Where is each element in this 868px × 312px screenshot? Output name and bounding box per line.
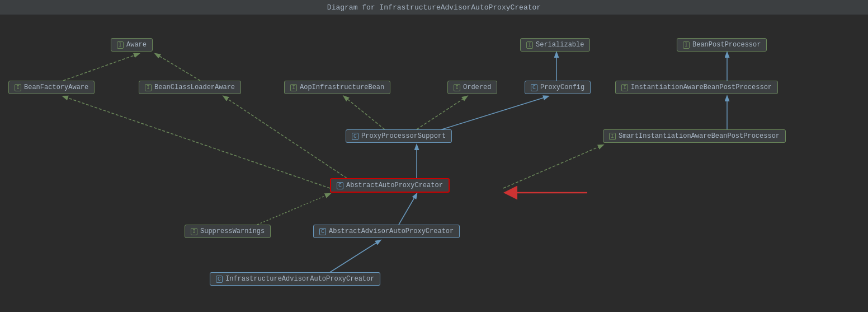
interface-icon: I (15, 84, 21, 91)
interface-icon: I (526, 41, 533, 49)
class-icon: C (337, 182, 343, 189)
node-label: InfrastructureAdvisorAutoProxyCreator (225, 275, 374, 283)
node-proxyprocessorsupport[interactable]: C ProxyProcessorSupport (346, 129, 452, 143)
svg-line-10 (224, 96, 347, 178)
interface-icon: I (621, 84, 628, 91)
svg-line-13 (257, 194, 330, 225)
class-icon: C (352, 133, 358, 140)
class-icon: C (319, 228, 326, 235)
node-label: AbstractAutoProxyCreator (346, 181, 443, 189)
interface-icon: I (683, 41, 690, 49)
diagram-title: Diagram for InfrastructureAdvisorAutoPro… (327, 3, 541, 12)
node-beanpostprocessor[interactable]: I BeanPostProcessor (677, 38, 767, 52)
node-label: SuppressWarnings (200, 227, 265, 235)
node-aware[interactable]: I Aware (111, 38, 153, 52)
interface-icon: I (290, 84, 297, 91)
arrows-svg (0, 15, 868, 310)
node-label: InstantiationAwareBeanPostProcessor (631, 83, 772, 91)
node-label: ProxyConfig (540, 83, 584, 91)
node-label: BeanFactoryAware (24, 83, 88, 91)
node-smartinstantiationawarebeanpostprocessor[interactable]: I SmartInstantiationAwareBeanPostProcess… (603, 129, 786, 143)
svg-line-0 (63, 54, 139, 81)
node-abstractadvisorautoproxycreator[interactable]: C AbstractAdvisorAutoProxyCreator (313, 225, 460, 238)
node-instantiationawarebeanpostprocessor[interactable]: I InstantiationAwareBeanPostProcessor (615, 81, 778, 94)
interface-icon: I (191, 228, 197, 235)
node-infrastructureadvisorautoproxycreator[interactable]: C InfrastructureAdvisorAutoProxyCreator (210, 272, 380, 286)
node-label: BeanClassLoaderAware (154, 83, 235, 91)
node-label: AbstractAdvisorAutoProxyCreator (329, 227, 454, 235)
class-icon: C (531, 84, 537, 91)
svg-line-5 (417, 96, 467, 129)
svg-line-12 (330, 240, 380, 272)
interface-icon: I (117, 41, 124, 49)
node-beanclassloaderaware[interactable]: I BeanClassLoaderAware (139, 81, 241, 94)
node-suppresswarnings[interactable]: I SuppressWarnings (185, 225, 271, 238)
node-beanfactoryaware[interactable]: I BeanFactoryAware (8, 81, 95, 94)
node-label: Aware (126, 41, 147, 49)
node-label: Serializable (536, 41, 584, 49)
interface-icon: I (454, 84, 460, 91)
node-proxyconfig[interactable]: C ProxyConfig (525, 81, 591, 94)
node-label: Ordered (463, 83, 491, 91)
node-ordered[interactable]: I Ordered (447, 81, 497, 94)
node-aopinfrastructurebean[interactable]: I AopInfrastructureBean (284, 81, 390, 94)
diagram-area: I Aware I Serializable I BeanPostProcess… (0, 15, 868, 310)
node-label: BeanPostProcessor (692, 41, 761, 49)
interface-icon: I (145, 84, 152, 91)
svg-line-9 (63, 96, 330, 188)
svg-line-8 (503, 145, 603, 188)
title-bar: Diagram for InfrastructureAdvisorAutoPro… (0, 0, 868, 15)
interface-icon: I (609, 133, 616, 140)
node-serializable[interactable]: I Serializable (520, 38, 590, 52)
node-label: AopInfrastructureBean (300, 83, 384, 91)
class-icon: C (216, 276, 223, 283)
node-abstractautoproxycreator[interactable]: C AbstractAutoProxyCreator (330, 178, 450, 193)
node-label: ProxyProcessorSupport (361, 132, 446, 140)
svg-line-11 (399, 194, 417, 225)
node-label: SmartInstantiationAwareBeanPostProcessor (619, 132, 780, 140)
svg-line-1 (155, 54, 200, 81)
